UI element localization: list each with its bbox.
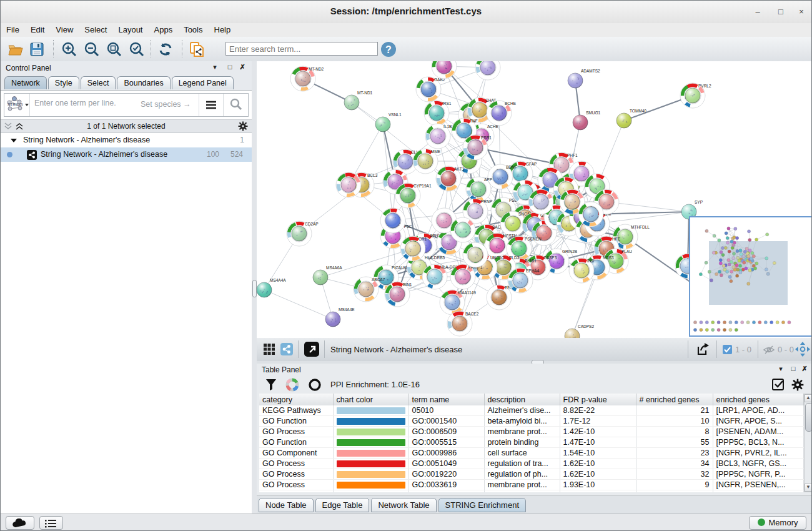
menu-edit[interactable]: Edit (25, 23, 50, 34)
tab-style[interactable]: Style (48, 76, 79, 89)
table-cell[interactable]: protein binding (484, 437, 560, 448)
zoom-fit-icon[interactable] (106, 41, 123, 58)
menu-select[interactable]: Select (79, 23, 112, 34)
column-header[interactable]: FDR p-value (560, 394, 636, 406)
selected-nodes-checkbox-icon[interactable] (723, 345, 732, 354)
network-node[interactable] (463, 242, 488, 267)
table-row[interactable]: GO FunctionGO:0001540beta-amyloid bi...1… (259, 416, 804, 427)
table-row[interactable]: GO ComponentGO:0009986cell surface1.54E-… (259, 448, 804, 459)
save-session-icon[interactable] (28, 41, 46, 58)
enrichment-table-body[interactable]: KEGG Pathways05010Alzheimer's dise...8.8… (259, 405, 804, 492)
table-cell[interactable]: 7 (636, 490, 713, 493)
table-cell[interactable]: GO:0019220 (408, 469, 484, 480)
network-row[interactable]: String Network - Alzheimer's disease 100… (1, 147, 252, 162)
panel-close-icon[interactable]: ✗ (238, 63, 247, 71)
string-options-icon[interactable] (199, 94, 223, 116)
table-cell[interactable]: GO Function (259, 416, 333, 427)
table-cell[interactable]: 2.07E-10 (560, 490, 636, 493)
table-cell[interactable]: GO:0050435 (408, 490, 484, 493)
string-search-icon[interactable] (223, 94, 248, 116)
network-node[interactable] (380, 208, 405, 233)
network-node[interactable] (475, 61, 500, 80)
task-history-button[interactable] (39, 516, 63, 530)
table-cell[interactable]: GO Process (259, 469, 333, 480)
scroll-up-icon[interactable]: ▲ (805, 394, 812, 402)
network-node[interactable]: BDNF (488, 164, 517, 189)
table-cell[interactable]: 32 (636, 469, 713, 480)
table-cell[interactable]: 9 (636, 480, 713, 490)
table-cell[interactable]: GO Process (259, 490, 333, 493)
export-network-icon[interactable] (188, 41, 205, 58)
table-row[interactable]: GO ProcessGO:0006509membrane prot...1.42… (259, 427, 804, 437)
panel-close-icon[interactable]: ✗ (800, 365, 809, 373)
table-cell[interactable]: 21 (636, 405, 713, 416)
network-node[interactable]: BIN1 (385, 282, 412, 307)
table-settings-gear-icon[interactable] (791, 379, 804, 391)
network-node[interactable]: BACE2 (447, 311, 479, 336)
network-node[interactable]: IL1B (425, 124, 452, 149)
menu-view[interactable]: View (50, 23, 79, 34)
table-scrollbar[interactable]: ▲ ▼ (804, 394, 812, 492)
table-cell[interactable]: 8.82E-22 (560, 405, 636, 416)
table-cell[interactable]: KEGG Pathways (259, 405, 333, 416)
network-node[interactable]: CD2AP (287, 221, 319, 246)
tab-network-table[interactable]: Network Table (371, 498, 436, 512)
table-cell[interactable]: 1.93E-10 (560, 480, 636, 490)
column-header[interactable]: # enriched genes (636, 394, 713, 406)
network-node[interactable] (578, 202, 603, 227)
table-cell[interactable]: 1.42E-10 (560, 427, 636, 437)
table-cell[interactable]: GO Process (259, 480, 333, 490)
network-node[interactable]: VSNL1 (375, 112, 402, 132)
table-cell[interactable]: [NGFR, PSENEN,... (713, 480, 804, 490)
open-session-icon[interactable] (7, 41, 24, 58)
table-cell[interactable]: GO Process (259, 427, 333, 437)
menu-file[interactable]: File (1, 23, 25, 34)
tab-string-enrichment[interactable]: STRING Enrichment (438, 498, 526, 512)
table-cell[interactable]: GO:0005515 (408, 437, 484, 448)
refresh-icon[interactable] (157, 41, 174, 58)
panel-menu-icon[interactable]: ▾ (776, 365, 785, 373)
table-row[interactable]: GO ProcessGO:0019220regulation of ph...1… (259, 469, 804, 480)
table-cell[interactable]: 10 (636, 416, 713, 427)
chart-color-cell[interactable] (333, 480, 408, 490)
minimize-button[interactable]: – (753, 7, 763, 17)
memory-button[interactable]: Memory (749, 516, 806, 530)
table-cell[interactable]: [PSENEN, ADAM... (713, 427, 804, 437)
column-header[interactable]: category (259, 394, 333, 406)
network-node[interactable]: PVRL2 (680, 83, 711, 108)
tab-network[interactable]: Network (4, 76, 47, 89)
column-header[interactable]: term name (408, 394, 484, 406)
scroll-down-icon[interactable]: ▼ (805, 484, 812, 492)
table-cell[interactable]: GO:0006509 (408, 427, 484, 437)
panel-menu-icon[interactable]: ▾ (210, 63, 219, 71)
menu-tools[interactable]: Tools (178, 23, 208, 34)
table-cell[interactable]: 1.62E-10 (560, 469, 636, 480)
table-cell[interactable]: GO:0033619 (408, 480, 484, 490)
network-node[interactable]: MS4A4E (325, 307, 355, 327)
network-edge[interactable] (264, 290, 333, 319)
table-cell[interactable]: regulation of ph... (484, 469, 560, 480)
string-term-input[interactable] (33, 98, 136, 108)
pie-chart-icon[interactable] (285, 378, 299, 392)
table-cell[interactable]: 05010 (408, 405, 484, 416)
table-cell[interactable]: 1.7E-12 (560, 416, 636, 427)
table-cell[interactable]: [PPP5C, BCL3, N... (713, 437, 804, 448)
table-cell[interactable]: [IDE, KIAA1149... (713, 490, 804, 493)
table-row[interactable]: GO FunctionGO:0005515protein binding1.47… (259, 437, 804, 448)
table-cell[interactable]: membrane prot... (484, 480, 560, 490)
table-cell[interactable]: 1.54E-10 (560, 448, 636, 459)
table-row[interactable]: KEGG Pathways05010Alzheimer's dise...8.8… (259, 405, 804, 416)
column-header[interactable]: description (484, 394, 560, 406)
tab-node-table[interactable]: Node Table (259, 498, 314, 512)
panel-float-icon[interactable]: □ (789, 365, 798, 372)
table-cell[interactable]: 1.47E-10 (560, 437, 636, 448)
menu-help[interactable]: Help (209, 23, 237, 34)
network-node[interactable]: ADAMTS2 (568, 69, 600, 88)
table-cell[interactable]: membrane prot... (484, 427, 560, 437)
menu-apps[interactable]: Apps (149, 23, 179, 34)
chart-color-cell[interactable] (333, 427, 408, 437)
network-node[interactable]: IRS1 (424, 101, 452, 126)
tab-select[interactable]: Select (81, 76, 116, 89)
network-node[interactable]: APP (466, 177, 492, 202)
chart-color-cell[interactable] (333, 490, 408, 493)
